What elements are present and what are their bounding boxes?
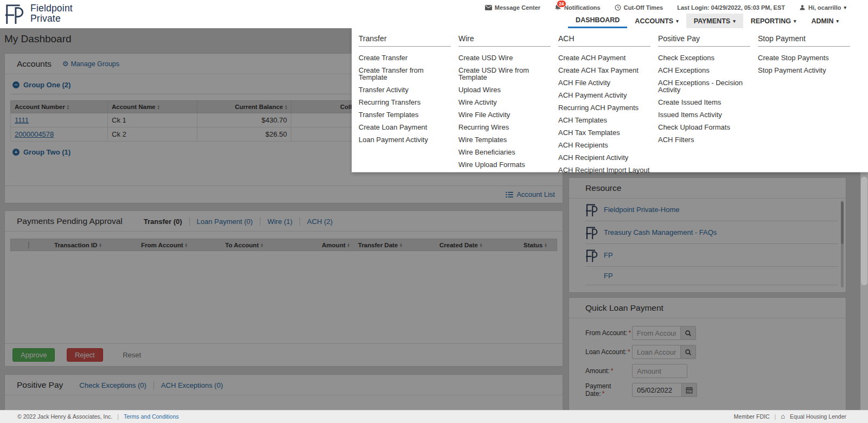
menu-item[interactable]: Stop Payment Activity — [758, 64, 850, 76]
menu-item[interactable]: ACH Payment Activity — [558, 89, 650, 101]
menu-item[interactable]: Transfer Activity — [359, 84, 451, 96]
brand-wordmark: Fieldpoint Private — [30, 3, 73, 24]
last-login-text: Last Login: 04/29/2022, 05:03 PM, EST — [677, 4, 785, 11]
menu-section-title: Positive Pay — [658, 34, 750, 47]
menu-item[interactable]: Upload Wires — [458, 84, 551, 96]
menu-item[interactable]: Recurring Transfers — [359, 96, 451, 108]
scrollbar-thumb[interactable] — [861, 177, 867, 285]
menu-item[interactable]: Create USD Wire — [458, 52, 551, 64]
notifications-badge: 24 — [557, 0, 566, 8]
menu-item[interactable]: ACH File Activity — [558, 76, 650, 89]
application-window: Fieldpoint Private Message Center 24 Not… — [0, 0, 868, 423]
chevron-down-icon: ▾ — [794, 18, 796, 24]
menu-item[interactable]: Wire File Activity — [458, 108, 551, 121]
nav-admin[interactable]: ADMIN▾ — [804, 14, 847, 28]
menu-item[interactable]: ACH Exceptions - Decision Activity — [658, 76, 750, 96]
chevron-down-icon: ▾ — [844, 5, 846, 10]
menu-item[interactable]: Transfer Templates — [359, 108, 451, 121]
member-fdic-text: Member FDIC — [734, 413, 770, 420]
app-header: Fieldpoint Private Message Center 24 Not… — [0, 0, 868, 28]
menu-section-title: Wire — [458, 34, 551, 47]
utility-bar: Message Center 24 Notifications Cut-Off … — [485, 3, 846, 11]
terms-link[interactable]: Terms and Conditions — [124, 413, 179, 420]
menu-item[interactable]: ACH Filters — [658, 133, 750, 146]
nav-reporting[interactable]: REPORTING▾ — [743, 14, 804, 28]
chevron-down-icon: ▾ — [733, 18, 736, 24]
menu-section-title: Stop Payment — [758, 34, 850, 47]
chevron-down-icon: ▾ — [676, 18, 679, 24]
menu-column-positive-pay: Positive Pay Check Exceptions ACH Except… — [658, 34, 758, 172]
menu-column-stop-payment: Stop Payment Create Stop Payments Stop P… — [758, 34, 858, 172]
menu-item[interactable]: Create USD Wire from Template — [458, 64, 551, 84]
divider: | — [117, 413, 119, 420]
menu-item[interactable]: Create ACH Tax Payment — [558, 64, 650, 76]
nav-dashboard[interactable]: DASHBOARD — [568, 14, 627, 28]
menu-item[interactable]: Wire Beneficiaries — [458, 146, 551, 158]
page-scrollbar[interactable] — [860, 172, 868, 410]
menu-item[interactable]: Wire Activity — [458, 96, 551, 108]
menu-item[interactable]: ACH Recipient Activity — [558, 151, 650, 164]
menu-item[interactable]: Wire Upload Formats — [458, 158, 551, 171]
menu-item[interactable]: Loan Payment Activity — [359, 133, 451, 146]
user-menu[interactable]: Hi, ocarrillo ▾ — [799, 4, 846, 11]
clock-icon — [615, 4, 621, 11]
fp-logo-icon — [4, 3, 25, 24]
app-footer: © 2022 Jack Henry & Associates, Inc. | T… — [0, 410, 868, 423]
menu-item[interactable]: Check Upload Formats — [658, 121, 750, 133]
menu-item[interactable]: Create Issued Items — [658, 96, 750, 108]
menu-item[interactable]: Check Exceptions — [658, 52, 750, 64]
menu-item[interactable]: Recurring ACH Payments — [558, 101, 650, 114]
menu-section-title: ACH — [558, 34, 650, 47]
menu-item[interactable]: ACH Recipient Import Layout — [558, 164, 650, 176]
envelope-icon — [485, 5, 492, 10]
nav-accounts[interactable]: ACCOUNTS▾ — [627, 14, 686, 28]
copyright-text: © 2022 Jack Henry & Associates, Inc. — [17, 413, 112, 420]
menu-item[interactable]: ACH Templates — [558, 114, 650, 126]
equal-housing-text: Equal Housing Lender — [790, 413, 846, 420]
menu-item[interactable]: ACH Exceptions — [658, 64, 750, 76]
menu-column-ach: ACH Create ACH Payment Create ACH Tax Pa… — [558, 34, 658, 172]
menu-item[interactable]: Issued Items Activity — [658, 108, 750, 121]
menu-item[interactable]: ACH Tax Templates — [558, 126, 650, 139]
chevron-down-icon: ▾ — [836, 18, 839, 24]
menu-item[interactable]: Create Transfer from Template — [359, 64, 451, 84]
notifications-link[interactable]: 24 Notifications — [554, 3, 601, 11]
menu-item[interactable]: Create Transfer — [359, 52, 451, 64]
menu-item[interactable]: Create Loan Payment — [359, 121, 451, 133]
menu-item[interactable]: Recurring Wires — [458, 121, 551, 133]
divider: | — [774, 413, 776, 420]
payments-mega-menu: Transfer Create Transfer Create Transfer… — [352, 28, 868, 172]
equal-housing-icon: ⌂ — [781, 414, 785, 419]
menu-item[interactable]: Wire Templates — [458, 133, 551, 146]
person-icon — [799, 4, 806, 11]
brand-logo: Fieldpoint Private — [4, 3, 73, 24]
nav-payments[interactable]: PAYMENTS▾ — [686, 14, 743, 28]
menu-section-title: Transfer — [359, 34, 451, 47]
cutoff-times-link[interactable]: Cut-Off Times — [615, 4, 663, 11]
menu-item[interactable]: ACH Recipients — [558, 139, 650, 151]
menu-item[interactable]: Create Stop Payments — [758, 52, 850, 64]
menu-column-wire: Wire Create USD Wire Create USD Wire fro… — [458, 34, 558, 172]
message-center-link[interactable]: Message Center — [485, 4, 540, 11]
main-nav: DASHBOARD ACCOUNTS▾ PAYMENTS▾ REPORTING▾… — [568, 14, 846, 28]
menu-item[interactable]: Create ACH Payment — [558, 52, 650, 64]
menu-column-transfer: Transfer Create Transfer Create Transfer… — [359, 34, 458, 172]
